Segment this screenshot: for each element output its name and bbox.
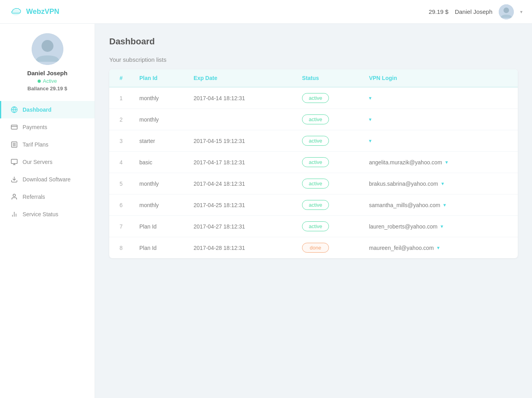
row-vpn-login: ▾ (363, 109, 518, 130)
row-num: 6 (109, 194, 133, 216)
row-status: active (296, 216, 363, 237)
sidebar-item-label: Referrals (23, 194, 45, 200)
row-expand-icon[interactable]: ▾ (443, 202, 446, 208)
row-num: 4 (109, 152, 133, 173)
sidebar-item-service-status[interactable]: Service Status (0, 206, 95, 223)
main-content: Dashboard Your subscription lists #Plan … (95, 24, 532, 398)
col-#: # (109, 69, 133, 87)
table-body: 1monthly2017-04-14 18:12:31active▾2month… (109, 87, 518, 258)
vpn-login-cell: ▾ (369, 116, 511, 122)
monitor-icon (11, 158, 18, 166)
row-vpn-login: ▾ (363, 87, 518, 109)
sidebar-status-label: Active (43, 78, 57, 84)
row-expand-icon[interactable]: ▾ (445, 159, 448, 165)
header-balance: 29.19 $ (429, 8, 448, 15)
row-status: active (296, 109, 363, 130)
vpn-login-cell: angelita.murazik@yahoo.com▾ (369, 159, 511, 166)
section-title: Your subscription lists (109, 56, 518, 63)
sidebar-item-label: Dashboard (23, 107, 51, 113)
status-dot (38, 80, 41, 83)
app-name: WebzVPN (26, 8, 59, 16)
row-status: done (296, 237, 363, 259)
header-chevron-icon[interactable]: ▾ (520, 9, 522, 15)
col-plan-id: Plan Id (133, 69, 187, 87)
header-username: Daniel Joseph (455, 8, 492, 15)
row-status: active (296, 130, 363, 152)
svg-rect-12 (11, 159, 17, 164)
row-plan-id: Plan Id (133, 237, 187, 259)
row-expand-icon[interactable]: ▾ (369, 138, 372, 144)
table-row: 4basic2017-04-17 18:12:31activeangelita.… (109, 152, 518, 173)
row-status: active (296, 173, 363, 194)
sidebar-item-our-servers[interactable]: Our Servers (0, 153, 95, 171)
row-exp-date (187, 109, 296, 130)
status-badge: active (302, 200, 329, 210)
balance-value: 29.19 $ (50, 86, 67, 91)
row-status: active (296, 152, 363, 173)
sidebar-item-referrals[interactable]: Referrals (0, 188, 95, 206)
list-icon (11, 141, 18, 148)
vpn-email: angelita.murazik@yahoo.com (369, 159, 442, 166)
main-layout: Daniel Joseph Active Ballance 29.19 $ Da… (0, 24, 532, 398)
row-exp-date: 2017-04-17 18:12:31 (187, 152, 296, 173)
status-badge: active (302, 179, 329, 189)
row-expand-icon[interactable]: ▾ (369, 95, 372, 101)
row-num: 8 (109, 237, 133, 259)
sidebar-status: Active (38, 78, 57, 84)
vpn-login-cell: ▾ (369, 138, 511, 144)
svg-point-2 (504, 8, 509, 13)
row-expand-icon[interactable]: ▾ (441, 181, 444, 187)
row-num: 2 (109, 109, 133, 130)
vpn-login-cell: brakus.sabrina@yahoo.com▾ (369, 181, 511, 187)
row-plan-id: monthly (133, 194, 187, 216)
row-plan-id: basic (133, 152, 187, 173)
row-vpn-login: maureen_feil@yahoo.com▾ (363, 237, 518, 259)
sidebar-item-label: Tarif Plans (23, 141, 48, 148)
svg-point-16 (13, 194, 15, 196)
row-plan-id: starter (133, 130, 187, 152)
sidebar-item-payments[interactable]: Payments (0, 118, 95, 136)
row-expand-icon[interactable]: ▾ (369, 116, 372, 122)
sidebar-user-name: Daniel Joseph (27, 70, 68, 76)
status-badge: active (302, 114, 329, 124)
row-exp-date: 2017-04-24 18:12:31 (187, 173, 296, 194)
sidebar: Daniel Joseph Active Ballance 29.19 $ Da… (0, 24, 95, 398)
chart-icon (11, 211, 18, 218)
vpn-login-cell: lauren_roberts@yahoo.com▾ (369, 223, 511, 230)
sidebar-item-dashboard[interactable]: Dashboard (0, 101, 95, 118)
sidebar-item-label: Payments (23, 124, 47, 130)
row-plan-id: monthly (133, 87, 187, 109)
logo-area: WebzVPN (10, 6, 59, 18)
col-status: Status (296, 69, 363, 87)
sidebar-item-download-software[interactable]: Download Software (0, 171, 95, 188)
table-row: 3starter2017-04-15 19:12:31active▾ (109, 130, 518, 152)
row-num: 3 (109, 130, 133, 152)
vpn-email: lauren_roberts@yahoo.com (369, 223, 437, 230)
row-vpn-login: samantha_mills@yahoo.com▾ (363, 194, 518, 216)
row-num: 5 (109, 173, 133, 194)
row-expand-icon[interactable]: ▾ (437, 245, 440, 251)
vpn-email: samantha_mills@yahoo.com (369, 202, 440, 208)
status-badge: done (302, 243, 329, 253)
table-row: 2monthlyactive▾ (109, 109, 518, 130)
sidebar-item-tarif-plans[interactable]: Tarif Plans (0, 136, 95, 153)
row-vpn-login: brakus.sabrina@yahoo.com▾ (363, 173, 518, 194)
status-badge: active (302, 136, 329, 146)
balance-label: Ballance (27, 86, 48, 91)
sidebar-avatar (32, 33, 63, 65)
col-vpn-login: VPN Login (363, 69, 518, 87)
row-plan-id: monthly (133, 109, 187, 130)
table-row: 8Plan Id2017-04-28 18:12:31donemaureen_f… (109, 237, 518, 259)
vpn-email: brakus.sabrina@yahoo.com (369, 181, 438, 187)
sidebar-balance: Ballance 29.19 $ (27, 86, 67, 91)
sidebar-nav: Dashboard Payments Tarif Plans Our Serve… (0, 101, 95, 223)
vpn-login-cell: samantha_mills@yahoo.com▾ (369, 202, 511, 208)
vpn-login-cell: maureen_feil@yahoo.com▾ (369, 245, 511, 251)
row-num: 1 (109, 87, 133, 109)
row-expand-icon[interactable]: ▾ (441, 223, 443, 229)
status-badge: active (302, 157, 329, 167)
row-exp-date: 2017-04-14 18:12:31 (187, 87, 296, 109)
sidebar-item-label: Service Status (23, 211, 58, 217)
top-header: WebzVPN 29.19 $ Daniel Joseph ▾ (0, 0, 532, 24)
row-num: 7 (109, 216, 133, 237)
